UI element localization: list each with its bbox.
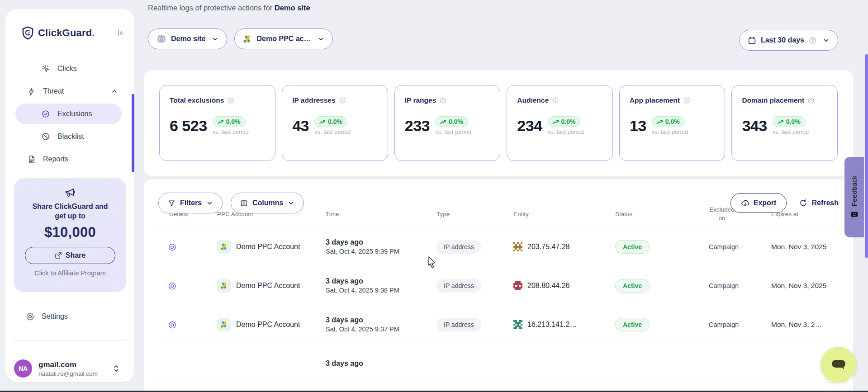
help-circle-icon[interactable]	[552, 97, 559, 104]
stat-change-badge: 0.0%	[314, 116, 347, 127]
feedback-tab[interactable]: Feedback	[844, 157, 864, 237]
brand-name: ClickGuard.	[38, 27, 95, 39]
globe-icon	[157, 34, 166, 44]
ppc-account-name: Demo PPC Account	[236, 321, 300, 329]
badge-check-icon	[41, 109, 51, 118]
chat-launcher-button[interactable]	[821, 347, 856, 383]
affiliate-promo-card[interactable]: Share ClickGuard and get up to $10,000 S…	[14, 178, 126, 292]
stat-caption: vs. last period	[773, 128, 809, 135]
trend-up-icon	[440, 119, 446, 124]
date-range-selector[interactable]: Last 30 days	[739, 30, 838, 51]
time-relative: 3 days ago	[326, 316, 436, 324]
stat-label: IP addresses	[292, 96, 335, 104]
refresh-button[interactable]: Refresh	[799, 199, 839, 207]
site-selector[interactable]: Demo site	[148, 28, 227, 49]
columns-button[interactable]: Columns	[231, 193, 304, 213]
time-relative: 3 days ago	[326, 359, 436, 368]
filters-button[interactable]: Filters	[158, 193, 223, 213]
trend-up-icon	[218, 119, 224, 124]
status-badge: Active	[615, 318, 650, 331]
help-circle-icon	[809, 37, 816, 44]
filter-icon	[168, 199, 175, 207]
sidebar-menu: Clicks Threat Exclusions	[5, 59, 134, 169]
ppc-account-selector[interactable]: Demo PPC ac…	[234, 28, 332, 49]
excluded-on-value: Campaign	[690, 282, 758, 289]
help-circle-icon[interactable]	[227, 97, 234, 104]
sidebar: ClickGuard. Clicks Threat	[5, 9, 134, 382]
stat-change-value: 0.0%	[561, 118, 576, 125]
stat-label: Audience	[517, 96, 549, 104]
type-badge: IP address	[436, 318, 481, 331]
sidebar-item-threat[interactable]: Threat	[5, 81, 134, 101]
page-scrollbar[interactable]	[865, 54, 868, 258]
type-badge: IP address	[436, 279, 481, 293]
chevron-up-icon[interactable]	[111, 88, 118, 95]
stat-card-audience: Audience 234 0.0% vs. last period	[507, 85, 613, 161]
share-button[interactable]: Share	[25, 247, 115, 264]
table-toolbar: Filters Columns Export Refresh	[158, 193, 839, 213]
refresh-icon	[799, 199, 807, 207]
sidebar-item-blacklist[interactable]: Blacklist	[5, 127, 134, 146]
stat-change-value: 0.0%	[226, 118, 241, 125]
sidebar-item-label: Exclusions	[57, 110, 92, 118]
stat-label: App placement	[630, 96, 680, 104]
user-name: gmail.com	[38, 360, 98, 369]
help-circle-icon[interactable]	[339, 97, 346, 104]
collapse-sidebar-icon[interactable]	[116, 28, 125, 38]
status-badge: Active	[615, 279, 650, 293]
stat-change-badge: 0.0%	[213, 116, 246, 127]
entity-identicon	[513, 242, 522, 251]
type-badge: IP address	[436, 240, 481, 254]
stat-change-badge: 0.0%	[773, 116, 806, 127]
page-subtitle: Realtime logs of protective actions for …	[148, 4, 310, 12]
stat-value: 6 523	[170, 117, 207, 135]
expires-at-value: Mon, Nov 3, 2025	[758, 243, 839, 251]
table-row: ◎ Demo PPC Account 3 days ago Sat, Oct 4…	[158, 227, 839, 266]
trend-up-icon	[553, 119, 559, 124]
entity-identicon	[513, 320, 522, 329]
time-absolute: Sat, Oct 4, 2025 9:38 PM	[326, 287, 436, 294]
stat-change-badge: 0.0%	[652, 116, 685, 127]
view-details-icon[interactable]: ◎	[168, 319, 176, 329]
sidebar-item-exclusions[interactable]: Exclusions	[5, 104, 134, 124]
excluded-on-value: Campaign	[690, 321, 758, 328]
sidebar-item-settings[interactable]: Settings	[5, 307, 134, 326]
view-details-icon[interactable]: ◎	[168, 241, 176, 251]
columns-button-label: Columns	[252, 199, 283, 207]
promo-line1: Share ClickGuard and	[32, 203, 108, 210]
expires-at-value: Mon, Nov 3, 2…	[758, 321, 839, 329]
stat-change-value: 0.0%	[665, 118, 680, 125]
stat-caption: vs. last period	[213, 128, 249, 135]
help-circle-icon[interactable]	[807, 97, 815, 104]
cursor-click-icon	[41, 64, 51, 73]
export-button[interactable]: Export	[730, 193, 787, 213]
document-icon	[26, 155, 36, 164]
stat-change-badge: 0.0%	[435, 116, 468, 127]
stat-value: 13	[630, 117, 646, 135]
stat-card-ip-addresses: IP addresses 43 0.0% vs. last period	[282, 85, 388, 161]
chevron-down-icon	[206, 200, 213, 207]
ppc-account-selector-label: Demo PPC ac…	[256, 35, 311, 43]
stat-value: 233	[405, 117, 430, 135]
share-button-label: Share	[66, 251, 85, 260]
lightning-icon	[26, 87, 36, 96]
promo-amount: $10,000	[14, 224, 126, 241]
sidebar-item-clicks[interactable]: Clicks	[5, 59, 134, 79]
refresh-button-label: Refresh	[811, 199, 839, 207]
subtitle-prefix: Realtime logs of protective actions for	[148, 4, 275, 12]
view-details-icon[interactable]: ◎	[168, 280, 176, 290]
stat-card-total-exclusions: Total exclusions 6 523 0.0% vs. last per…	[159, 85, 275, 161]
sidebar-item-reports[interactable]: Reports	[5, 149, 134, 169]
help-circle-icon[interactable]	[439, 97, 446, 104]
help-circle-icon[interactable]	[683, 97, 690, 104]
trend-up-icon	[778, 119, 784, 124]
sidebar-item-label: Clicks	[57, 65, 77, 73]
time-relative: 3 days ago	[326, 277, 436, 285]
trend-up-icon	[319, 119, 326, 124]
user-account[interactable]: NA gmail.com naatali.ro@gmail.com	[14, 354, 128, 383]
date-range-label: Last 30 days	[761, 36, 804, 44]
site-selector-label: Demo site	[171, 35, 205, 43]
sidebar-scrollbar[interactable]	[132, 94, 134, 172]
chevron-down-icon	[288, 200, 294, 207]
feedback-chat-icon	[850, 211, 859, 219]
